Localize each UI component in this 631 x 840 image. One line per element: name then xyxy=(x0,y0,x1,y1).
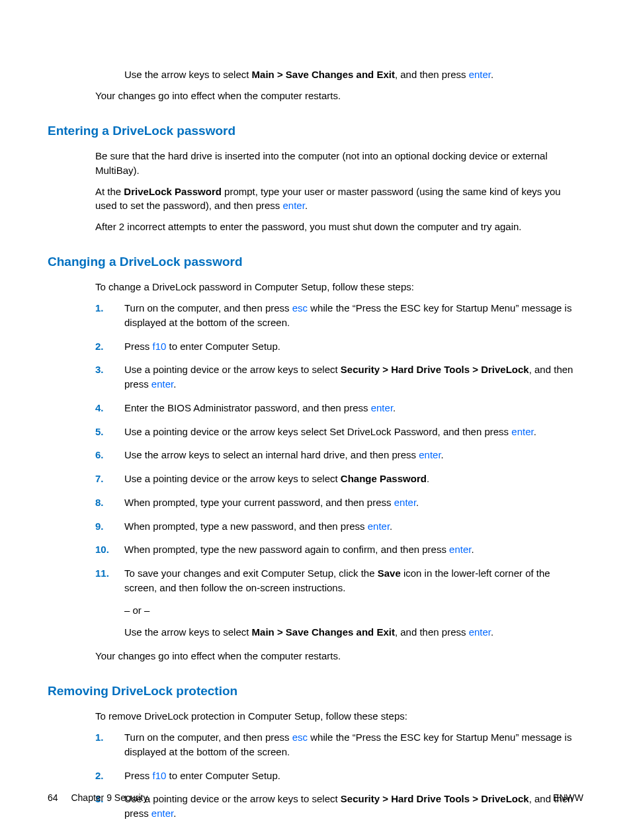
step-11: To save your changes and exit Computer S… xyxy=(95,566,583,640)
page-footer: 64 Chapter 9 Security ENWW xyxy=(48,791,583,804)
entering-p2: At the DriveLock Password prompt, type y… xyxy=(95,185,583,214)
key-enter: enter xyxy=(419,449,441,460)
heading-entering: Entering a DriveLock password xyxy=(48,122,583,140)
step-4: Enter the BIOS Administrator password, a… xyxy=(95,401,583,415)
page-number: 64 xyxy=(48,792,58,803)
step-11-alt: Use the arrow keys to select Main > Save… xyxy=(124,625,583,640)
key-enter: enter xyxy=(449,544,471,555)
step-7: Use a pointing device or the arrow keys … xyxy=(95,472,583,486)
chapter-label: Chapter 9 Security xyxy=(71,792,147,803)
key-esc: esc xyxy=(292,732,308,743)
step-5: Use a pointing device or the arrow keys … xyxy=(95,425,583,439)
entering-p3: After 2 incorrect attempts to enter the … xyxy=(95,220,583,234)
key-enter: enter xyxy=(394,497,416,508)
step-6: Use the arrow keys to select an internal… xyxy=(95,448,583,462)
step-9: When prompted, type a new password, and … xyxy=(95,519,583,534)
key-enter: enter xyxy=(511,426,533,437)
changing-steps: Turn on the computer, and then press esc… xyxy=(95,301,583,640)
key-enter: enter xyxy=(469,69,491,80)
key-enter: enter xyxy=(151,378,173,390)
step-1: Turn on the computer, and then press esc… xyxy=(95,730,583,759)
changing-effect: Your changes go into effect when the com… xyxy=(95,649,583,663)
key-enter: enter xyxy=(371,402,393,413)
step-10: When prompted, type the new password aga… xyxy=(95,542,583,557)
heading-removing: Removing DriveLock protection xyxy=(48,682,583,700)
key-enter: enter xyxy=(151,808,173,819)
key-enter: enter xyxy=(469,626,491,638)
step-2: Press f10 to enter Computer Setup. xyxy=(95,339,583,354)
removing-steps: Turn on the computer, and then press esc… xyxy=(95,730,583,821)
footer-left: 64 Chapter 9 Security xyxy=(48,791,147,804)
top-instruction: Use the arrow keys to select Main > Save… xyxy=(124,67,583,82)
key-enter: enter xyxy=(283,200,305,211)
document-page: Use the arrow keys to select Main > Save… xyxy=(0,0,631,840)
step-1: Turn on the computer, and then press esc… xyxy=(95,301,583,330)
key-esc: esc xyxy=(292,302,308,314)
entering-p1: Be sure that the hard drive is inserted … xyxy=(95,149,583,178)
changing-intro: To change a DriveLock password in Comput… xyxy=(95,280,583,294)
key-f10: f10 xyxy=(153,341,167,352)
top-effect: Your changes go into effect when the com… xyxy=(95,89,583,103)
key-enter: enter xyxy=(368,521,390,532)
key-f10: f10 xyxy=(153,770,167,781)
heading-changing: Changing a DriveLock password xyxy=(48,253,583,271)
step-2: Press f10 to enter Computer Setup. xyxy=(95,769,583,783)
step-11-or: – or – xyxy=(124,603,583,618)
step-8: When prompted, type your current passwor… xyxy=(95,495,583,510)
footer-right: ENWW xyxy=(553,791,583,804)
removing-intro: To remove DriveLock protection in Comput… xyxy=(95,709,583,724)
step-3: Use a pointing device or the arrow keys … xyxy=(95,362,583,392)
